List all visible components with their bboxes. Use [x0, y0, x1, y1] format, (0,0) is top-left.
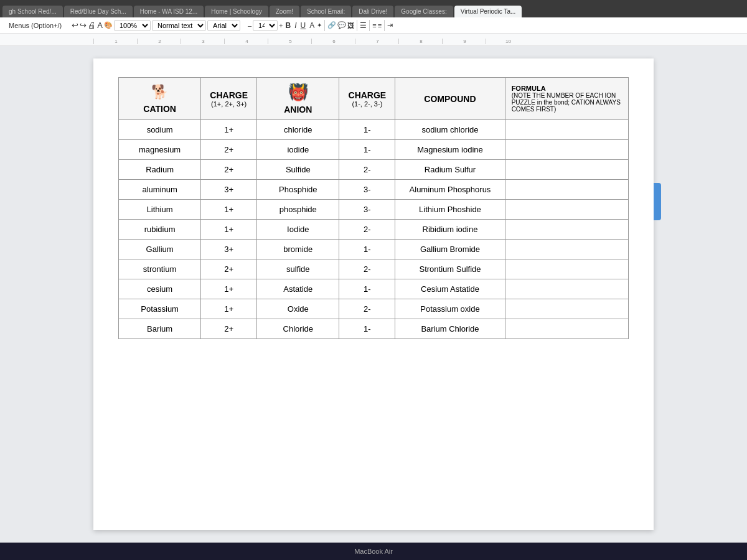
cell-charge-cation[interactable]: 2+	[201, 160, 257, 180]
italic-btn[interactable]: I	[294, 21, 296, 30]
cell-cation[interactable]: rubidium	[119, 220, 201, 240]
cell-anion[interactable]: Oxide	[257, 299, 339, 319]
tab-3[interactable]: Home - WA ISD 12...	[134, 6, 204, 17]
cell-formula[interactable]	[505, 160, 628, 180]
cell-charge-anion[interactable]: 3-	[339, 180, 395, 200]
cell-anion[interactable]: sulfide	[257, 259, 339, 279]
cell-formula[interactable]	[505, 279, 628, 299]
cell-cation[interactable]: Barium	[119, 319, 201, 339]
cell-compound[interactable]: sodium chloride	[395, 120, 505, 140]
tab-5[interactable]: Zoom!	[270, 6, 299, 17]
cell-anion[interactable]: iodide	[257, 140, 339, 160]
tab-6[interactable]: School Email:	[301, 6, 351, 17]
cell-charge-cation[interactable]: 2+	[201, 259, 257, 279]
cell-compound[interactable]: Lithium Phoshide	[395, 200, 505, 220]
cell-cation[interactable]: cesium	[119, 279, 201, 299]
list-unordered-icon[interactable]: ≡	[378, 22, 382, 29]
paint-icon[interactable]: 🎨	[104, 21, 113, 29]
superscript-icon[interactable]: ✦	[317, 22, 322, 29]
redo-icon[interactable]: ↪	[80, 21, 87, 30]
cell-charge-cation[interactable]: 1+	[201, 299, 257, 319]
cell-charge-anion[interactable]: 2-	[339, 160, 395, 180]
cell-anion[interactable]: Iodide	[257, 220, 339, 240]
print-icon[interactable]: 🖨	[88, 21, 96, 30]
align-icon[interactable]: ☰	[360, 21, 367, 30]
comment-icon[interactable]: 💬	[337, 21, 346, 29]
cell-charge-cation[interactable]: 1+	[201, 120, 257, 140]
cell-anion[interactable]: Sulfide	[257, 160, 339, 180]
cell-charge-cation[interactable]: 1+	[201, 220, 257, 240]
cell-cation[interactable]: Lithium	[119, 200, 201, 220]
strikethrough-btn[interactable]: A	[309, 21, 314, 30]
cell-compound[interactable]: Barium Chloride	[395, 319, 505, 339]
font-size-select[interactable]: 14	[253, 20, 278, 31]
cell-compound[interactable]: Ribidium iodine	[395, 220, 505, 240]
cell-cation[interactable]: Radium	[119, 160, 201, 180]
cell-compound[interactable]: Strontium Sulfide	[395, 259, 505, 279]
cell-charge-cation[interactable]: 1+	[201, 279, 257, 299]
bold-btn[interactable]: B	[286, 21, 291, 30]
underline-btn[interactable]: U	[301, 21, 306, 30]
cell-anion[interactable]: Astatide	[257, 279, 339, 299]
cell-cation[interactable]: Potassium	[119, 299, 201, 319]
cell-formula[interactable]	[505, 259, 628, 279]
tab-8[interactable]: Google Classes:	[395, 6, 453, 17]
cell-charge-cation[interactable]: 1+	[201, 200, 257, 220]
list-ordered-icon[interactable]: ≡	[372, 22, 376, 29]
cell-cation[interactable]: strontium	[119, 259, 201, 279]
cell-formula[interactable]	[505, 220, 628, 240]
cell-compound[interactable]: Radium Sulfur	[395, 160, 505, 180]
cell-charge-anion[interactable]: 3-	[339, 200, 395, 220]
cell-anion[interactable]: Chloride	[257, 319, 339, 339]
tab-2[interactable]: Red/Blue Day Sch...	[64, 6, 133, 17]
cell-compound[interactable]: Potassium oxide	[395, 299, 505, 319]
cell-charge-anion[interactable]: 1-	[339, 120, 395, 140]
cell-charge-anion[interactable]: 1-	[339, 279, 395, 299]
cell-compound[interactable]: Gallium Bromide	[395, 240, 505, 259]
style-select[interactable]: Normal text	[152, 20, 206, 31]
cell-charge-cation[interactable]: 3+	[201, 240, 257, 259]
separator-3	[369, 20, 370, 31]
cell-formula[interactable]	[505, 120, 628, 140]
cell-charge-anion[interactable]: 2-	[339, 259, 395, 279]
cell-charge-anion[interactable]: 2-	[339, 220, 395, 240]
spellcheck-icon[interactable]: A	[97, 21, 103, 30]
cell-charge-cation[interactable]: 2+	[201, 319, 257, 339]
undo-icon[interactable]: ↩	[72, 21, 78, 30]
cell-compound[interactable]: Cesium Astatide	[395, 279, 505, 299]
cell-compound[interactable]: Aluminum Phosphorus	[395, 180, 505, 200]
cell-anion[interactable]: phosphide	[257, 200, 339, 220]
font-select[interactable]: Arial	[207, 20, 240, 31]
cell-charge-anion[interactable]: 1-	[339, 319, 395, 339]
cell-charge-anion[interactable]: 1-	[339, 140, 395, 160]
zoom-select[interactable]: 100%	[114, 20, 151, 31]
cell-charge-anion[interactable]: 2-	[339, 299, 395, 319]
cell-cation[interactable]: Gallium	[119, 240, 201, 259]
bookmark-tab[interactable]	[654, 183, 661, 220]
cell-anion[interactable]: chloride	[257, 120, 339, 140]
cell-charge-cation[interactable]: 3+	[201, 180, 257, 200]
cell-formula[interactable]	[505, 299, 628, 319]
tab-1[interactable]: gh School Red/...	[2, 6, 63, 17]
cell-compound[interactable]: Magnesium iodine	[395, 140, 505, 160]
cell-cation[interactable]: magnesium	[119, 140, 201, 160]
plus-icon[interactable]: +	[279, 22, 283, 29]
cell-formula[interactable]	[505, 240, 628, 259]
link-icon[interactable]: 🔗	[327, 21, 336, 29]
cell-formula[interactable]	[505, 180, 628, 200]
cell-charge-cation[interactable]: 2+	[201, 140, 257, 160]
cell-anion[interactable]: Phosphide	[257, 180, 339, 200]
tab-7[interactable]: Dali Drive!	[352, 6, 393, 17]
image-icon[interactable]: 🖼	[347, 22, 354, 29]
tab-9[interactable]: Virtual Periodic Ta...	[454, 6, 522, 17]
menus-option[interactable]: Menus (Option+/)	[5, 21, 65, 30]
cell-charge-anion[interactable]: 1-	[339, 240, 395, 259]
cell-formula[interactable]	[505, 140, 628, 160]
tab-4[interactable]: Home | Schoology	[205, 6, 268, 17]
cell-cation[interactable]: aluminum	[119, 180, 201, 200]
cell-cation[interactable]: sodium	[119, 120, 201, 140]
cell-formula[interactable]	[505, 319, 628, 339]
indent-icon[interactable]: ⇥	[387, 21, 393, 29]
cell-anion[interactable]: bromide	[257, 240, 339, 259]
cell-formula[interactable]	[505, 200, 628, 220]
